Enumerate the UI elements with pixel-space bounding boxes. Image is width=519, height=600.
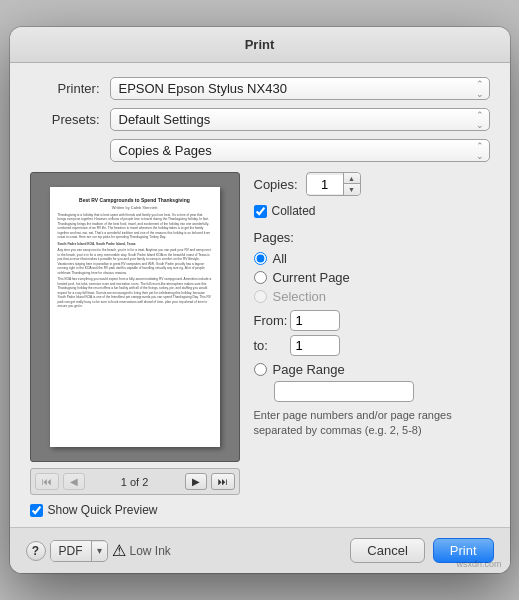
pdf-label[interactable]: PDF (51, 541, 92, 561)
copies-pages-select[interactable]: Copies & Pages (110, 139, 490, 162)
pages-current-row: Current Page (254, 270, 490, 285)
collated-checkbox[interactable] (254, 205, 267, 218)
show-quick-preview-label[interactable]: Show Quick Preview (30, 503, 158, 517)
pages-current-label: Current Page (273, 270, 350, 285)
page-range-input[interactable] (274, 381, 414, 402)
pages-all-label: All (273, 251, 287, 266)
pages-selection-radio[interactable] (254, 290, 267, 303)
collated-label[interactable]: Collated (254, 204, 316, 218)
page-range-radio[interactable] (254, 363, 267, 376)
copies-input[interactable] (307, 175, 343, 194)
pdf-button[interactable]: PDF ▾ (50, 540, 108, 562)
presets-select-wrapper: Default Settings (110, 108, 490, 131)
presets-select[interactable]: Default Settings (110, 108, 490, 131)
next-page-button[interactable]: ▶ (185, 473, 207, 490)
show-quick-preview-row: Show Quick Preview (30, 503, 240, 517)
title-bar: Print (10, 27, 510, 63)
from-to-section: From: to: (254, 310, 490, 356)
page-range-label: Page Range (273, 362, 345, 377)
footer: ? PDF ▾ ⚠ Low Ink Cancel Print (10, 527, 510, 573)
preview-page: Best RV Campgrounds to Spend Thanksgivin… (50, 187, 220, 447)
low-ink-label: Low Ink (130, 544, 171, 558)
pages-section-label: Pages: (254, 230, 490, 245)
copies-pages-select-wrapper: Copies & Pages (110, 139, 490, 162)
pages-selection-row: Selection (254, 289, 490, 304)
collated-text: Collated (272, 204, 316, 218)
copies-field-label: Copies: (254, 177, 298, 192)
pages-current-radio[interactable] (254, 271, 267, 284)
cancel-button[interactable]: Cancel (350, 538, 424, 563)
footer-left: ? PDF ▾ ⚠ Low Ink (26, 540, 171, 562)
show-quick-preview-checkbox[interactable] (30, 504, 43, 517)
help-button[interactable]: ? (26, 541, 46, 561)
preview-body2: South Padre Island KOA, South Padre Isla… (58, 242, 212, 246)
collated-row: Collated (254, 204, 490, 218)
preview-subtitle: Written by Caleb Stennett (58, 205, 212, 210)
hint-text: Enter page numbers and/or page ranges se… (254, 408, 490, 439)
print-dialog: Print Printer: EPSON Epson Stylus NX430 … (10, 27, 510, 573)
preview-body3: Any time you can camp next to the beach,… (58, 248, 212, 275)
preview-body1: Thanksgiving is a holiday that is best s… (58, 213, 212, 240)
copies-decrement-button[interactable]: ▼ (344, 184, 360, 195)
preview-box: Best RV Campgrounds to Spend Thanksgivin… (30, 172, 240, 462)
copies-row: Copies: ▲ ▼ (254, 172, 490, 196)
to-row: to: (254, 335, 490, 356)
content-area: Printer: EPSON Epson Stylus NX430 Preset… (10, 63, 510, 527)
printer-label: Printer: (30, 81, 100, 96)
presets-row: Presets: Default Settings (30, 108, 490, 131)
main-area: Best RV Campgrounds to Spend Thanksgivin… (30, 172, 490, 517)
preview-section: Best RV Campgrounds to Spend Thanksgivin… (30, 172, 240, 517)
pdf-arrow-icon[interactable]: ▾ (92, 542, 107, 559)
copies-stepper: ▲ ▼ (306, 172, 361, 196)
to-label: to: (254, 338, 284, 353)
printer-select[interactable]: EPSON Epson Stylus NX430 (110, 77, 490, 100)
show-quick-preview-text: Show Quick Preview (48, 503, 158, 517)
copies-increment-button[interactable]: ▲ (344, 173, 360, 184)
copies-pages-row: Copies & Pages (30, 139, 490, 162)
copies-stepper-buttons: ▲ ▼ (343, 173, 360, 195)
presets-label: Presets: (30, 112, 100, 127)
to-input[interactable] (290, 335, 340, 356)
preview-title: Best RV Campgrounds to Spend Thanksgivin… (58, 197, 212, 203)
from-label: From: (254, 313, 284, 328)
page-range-row: Page Range (254, 362, 490, 377)
preview-controls: ⏮ ◀ 1 of 2 ▶ ⏭ (30, 468, 240, 495)
printer-row: Printer: EPSON Epson Stylus NX430 (30, 77, 490, 100)
pages-all-row: All (254, 251, 490, 266)
printer-select-wrapper: EPSON Epson Stylus NX430 (110, 77, 490, 100)
from-input[interactable] (290, 310, 340, 331)
page-indicator: 1 of 2 (89, 476, 181, 488)
from-row: From: (254, 310, 490, 331)
first-page-button[interactable]: ⏮ (35, 473, 59, 490)
prev-page-button[interactable]: ◀ (63, 473, 85, 490)
watermark: wsxdn.com (456, 559, 501, 569)
pages-selection-label: Selection (273, 289, 326, 304)
dialog-title: Print (245, 37, 275, 52)
last-page-button[interactable]: ⏭ (211, 473, 235, 490)
warning-icon: ⚠ (112, 541, 126, 560)
options-section: Copies: ▲ ▼ Collated (254, 172, 490, 517)
pages-all-radio[interactable] (254, 252, 267, 265)
preview-body4: This KOA has everything you would expect… (58, 277, 212, 308)
